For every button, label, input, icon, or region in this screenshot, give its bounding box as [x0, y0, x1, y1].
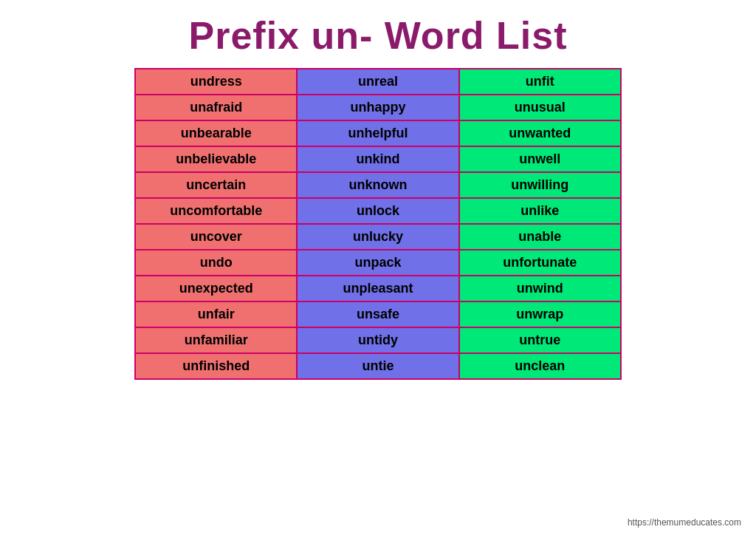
table-cell: unkind: [297, 146, 458, 172]
table-row: uncertainunknownunwilling: [135, 172, 621, 198]
table-row: unfairunsafeunwrap: [135, 301, 621, 327]
table-cell: unwind: [459, 276, 621, 301]
table-row: undressunrealunfit: [135, 69, 621, 95]
table-cell: undo: [135, 250, 297, 276]
table-row: uncoverunluckyunable: [135, 224, 621, 250]
table-cell: unpack: [297, 250, 458, 276]
table-cell: uncover: [135, 224, 297, 250]
table-cell: untie: [297, 353, 458, 379]
table-cell: unsafe: [297, 301, 458, 327]
table-cell: unfinished: [135, 353, 297, 379]
table-cell: unable: [459, 224, 621, 250]
table-cell: unfit: [459, 69, 621, 95]
table-cell: unbelievable: [135, 146, 297, 172]
table-row: unbelievableunkindunwell: [135, 146, 621, 172]
table-cell: unwanted: [459, 120, 621, 146]
table-cell: unusual: [459, 95, 621, 120]
table-row: unafraidunhappyunusual: [135, 95, 621, 120]
table-cell: unpleasant: [297, 276, 458, 301]
table-cell: untrue: [459, 327, 621, 353]
table-cell: unfortunate: [459, 250, 621, 276]
table-cell: unknown: [297, 172, 458, 198]
footer-url: https://themumeducates.com: [628, 517, 741, 528]
table-cell: unwell: [459, 146, 621, 172]
table-row: undounpackunfortunate: [135, 250, 621, 276]
table-cell: unwilling: [459, 172, 621, 198]
table-cell: uncomfortable: [135, 198, 297, 224]
table-cell: unfamiliar: [135, 327, 297, 353]
table-cell: unlock: [297, 198, 458, 224]
table-cell: untidy: [297, 327, 458, 353]
table-cell: unwrap: [459, 301, 621, 327]
table-cell: uncertain: [135, 172, 297, 198]
table-cell: undress: [135, 69, 297, 95]
table-cell: unbearable: [135, 120, 297, 146]
page-title: Prefix un- Word List: [188, 13, 567, 58]
table-row: uncomfortableunlockunlike: [135, 198, 621, 224]
table-cell: unhelpful: [297, 120, 458, 146]
table-cell: unhappy: [297, 95, 458, 120]
table-row: unfamiliaruntidyuntrue: [135, 327, 621, 353]
table-cell: unlucky: [297, 224, 458, 250]
table-cell: unclean: [459, 353, 621, 379]
table-cell: unexpected: [135, 276, 297, 301]
table-row: unexpectedunpleasantunwind: [135, 276, 621, 301]
table-row: unbearableunhelpfulunwanted: [135, 120, 621, 146]
table-row: unfinisheduntieunclean: [135, 353, 621, 379]
table-cell: unlike: [459, 198, 621, 224]
table-cell: unfair: [135, 301, 297, 327]
word-table: undressunrealunfitunafraidunhappyunusual…: [134, 68, 622, 380]
table-cell: unreal: [297, 69, 458, 95]
table-cell: unafraid: [135, 95, 297, 120]
